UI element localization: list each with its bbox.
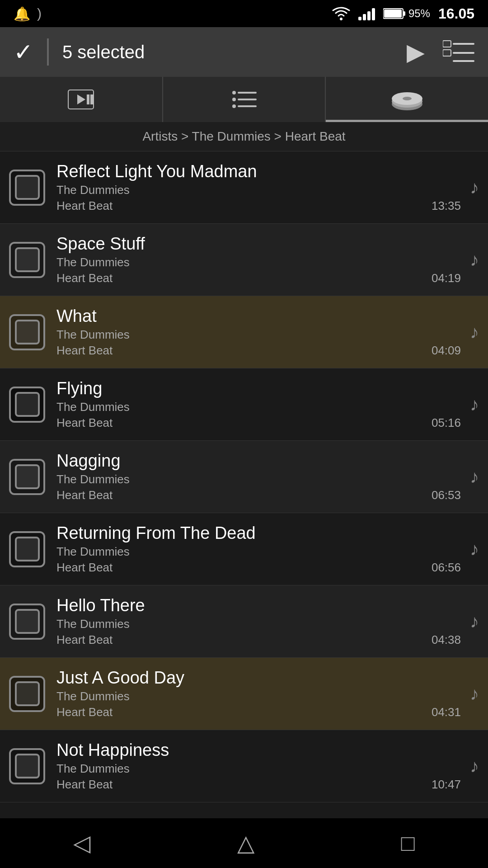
song-info: NaggingThe DummiesHeart Beat06:53 — [56, 451, 461, 502]
song-title: Returning From The Dead — [56, 524, 461, 543]
status-bar: 🔔 ) 95% 16.05 — [0, 0, 488, 27]
selected-count: 5 selected — [62, 42, 145, 62]
song-title: Just A Good Day — [56, 668, 461, 688]
content-area: ✓ 5 selected ▶ — [0, 27, 488, 818]
song-info: Reflect Light You MadmanThe DummiesHeart… — [56, 162, 461, 213]
song-album: Heart Beat — [56, 271, 113, 285]
song-album: Heart Beat — [56, 633, 113, 647]
bottom-nav: ◁ △ □ — [0, 818, 488, 868]
song-artist: The Dummies — [56, 472, 461, 486]
song-checkbox[interactable] — [9, 604, 45, 640]
song-duration: 13:35 — [432, 199, 461, 213]
song-checkbox[interactable] — [9, 531, 45, 567]
signal-bars — [358, 7, 375, 20]
song-album-duration-row: Heart Beat13:35 — [56, 199, 461, 213]
song-checkbox[interactable] — [9, 170, 45, 206]
check-icon[interactable]: ✓ — [14, 38, 33, 66]
list-item[interactable]: Just A Good DayThe DummiesHeart Beat04:3… — [0, 658, 488, 730]
song-album-duration-row: Heart Beat05:16 — [56, 416, 461, 430]
checkbox-inner — [15, 320, 40, 344]
checkbox-inner — [15, 247, 40, 272]
song-album-duration-row: Heart Beat04:31 — [56, 705, 461, 719]
song-title: What — [56, 307, 461, 326]
song-info: WhatThe DummiesHeart Beat04:09 — [56, 307, 461, 358]
song-title: Not Happiness — [56, 741, 461, 760]
song-duration: 04:09 — [432, 344, 461, 358]
list-item[interactable]: Not HappinessThe DummiesHeart Beat10:47♪ — [0, 730, 488, 802]
note-icon: ♪ — [470, 177, 479, 198]
wifi-icon — [332, 7, 350, 20]
list-options-button[interactable] — [443, 38, 474, 66]
note-icon: ♪ — [470, 611, 479, 632]
tab-nowplaying[interactable] — [0, 77, 163, 122]
action-bar-left: ✓ 5 selected — [14, 38, 145, 66]
tracklist-tab-icon — [230, 88, 258, 111]
battery-indicator: 95% — [383, 7, 430, 20]
nowplaying-tab-icon — [67, 88, 94, 111]
song-info: Not HappinessThe DummiesHeart Beat10:47 — [56, 741, 461, 792]
song-list[interactable]: Reflect Light You MadmanThe DummiesHeart… — [0, 151, 488, 818]
note-icon: ♪ — [470, 322, 479, 342]
song-duration: 04:31 — [432, 705, 461, 719]
song-artist: The Dummies — [56, 255, 461, 269]
song-album: Heart Beat — [56, 344, 113, 358]
list-item[interactable]: Hello ThereThe DummiesHeart Beat04:38♪ — [0, 585, 488, 658]
list-item[interactable]: Reflect Light You MadmanThe DummiesHeart… — [0, 151, 488, 224]
song-title: Flying — [56, 379, 461, 398]
checkbox-inner — [15, 609, 40, 634]
svg-rect-4 — [443, 41, 451, 47]
svg-marker-10 — [77, 94, 85, 104]
song-title: Hello There — [56, 596, 461, 615]
song-info: Just A Good DayThe DummiesHeart Beat04:3… — [56, 668, 461, 719]
action-bar-right: ▶ — [407, 38, 474, 66]
list-item[interactable]: Space StuffThe DummiesHeart Beat04:19♪ — [0, 224, 488, 296]
svg-point-17 — [232, 104, 236, 108]
song-album: Heart Beat — [56, 416, 113, 430]
song-album: Heart Beat — [56, 778, 113, 792]
checkbox-inner — [15, 754, 40, 778]
song-info: Space StuffThe DummiesHeart Beat04:19 — [56, 234, 461, 285]
list-item[interactable]: NaggingThe DummiesHeart Beat06:53♪ — [0, 441, 488, 513]
svg-point-0 — [340, 18, 343, 20]
tab-bar — [0, 77, 488, 122]
song-artist: The Dummies — [56, 400, 461, 414]
song-checkbox[interactable] — [9, 387, 45, 423]
status-bar-left: 🔔 ) — [14, 6, 42, 22]
song-info: Hello ThereThe DummiesHeart Beat04:38 — [56, 596, 461, 647]
time-display: 16.05 — [438, 5, 474, 22]
home-button[interactable]: △ — [237, 830, 254, 856]
song-album-duration-row: Heart Beat06:53 — [56, 488, 461, 502]
notification-icon: 🔔 — [14, 6, 30, 22]
status-bar-right: 95% 16.05 — [332, 5, 474, 22]
list-item[interactable]: FlyingThe DummiesHeart Beat05:16♪ — [0, 368, 488, 441]
separator — [47, 38, 49, 66]
list-item[interactable]: WhatThe DummiesHeart Beat04:09♪ — [0, 296, 488, 368]
list-item[interactable]: Returning From The DeadThe DummiesHeart … — [0, 513, 488, 585]
tab-albums[interactable] — [326, 77, 488, 122]
battery-percent: 95% — [408, 7, 430, 20]
song-checkbox[interactable] — [9, 676, 45, 712]
song-artist: The Dummies — [56, 762, 461, 776]
breadcrumb-text: Artists > The Dummies > Heart Beat — [142, 129, 345, 144]
action-bar: ✓ 5 selected ▶ — [0, 27, 488, 77]
song-album-duration-row: Heart Beat06:56 — [56, 561, 461, 575]
song-album-duration-row: Heart Beat04:09 — [56, 344, 461, 358]
tab-tracklist[interactable] — [163, 77, 326, 122]
svg-rect-12 — [90, 94, 93, 104]
song-checkbox[interactable] — [9, 459, 45, 495]
song-checkbox[interactable] — [9, 748, 45, 784]
back-button[interactable]: ◁ — [73, 830, 90, 856]
svg-point-13 — [232, 91, 236, 94]
note-icon: ♪ — [470, 756, 479, 776]
song-title: Reflect Light You Madman — [56, 162, 461, 181]
song-album-duration-row: Heart Beat04:38 — [56, 633, 461, 647]
song-checkbox[interactable] — [9, 314, 45, 350]
recents-button[interactable]: □ — [401, 830, 414, 856]
play-button[interactable]: ▶ — [407, 38, 425, 66]
breadcrumb: Artists > The Dummies > Heart Beat — [0, 122, 488, 151]
note-icon: ♪ — [470, 467, 479, 487]
song-artist: The Dummies — [56, 689, 461, 703]
audio-icon: ) — [37, 6, 42, 21]
song-album-duration-row: Heart Beat04:19 — [56, 271, 461, 285]
song-checkbox[interactable] — [9, 242, 45, 278]
